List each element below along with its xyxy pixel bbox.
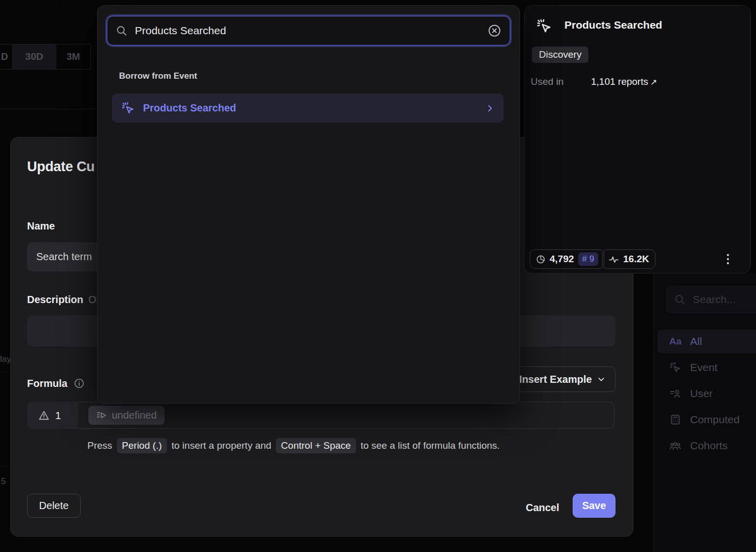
- activity-icon: [608, 254, 619, 265]
- formula-error-gutter: 1: [27, 402, 78, 429]
- info-icon[interactable]: [74, 378, 85, 389]
- insert-example-button[interactable]: Insert Example: [509, 366, 616, 392]
- background-axis-tick: 5: [1, 476, 6, 487]
- kbd-period: Period (.): [117, 438, 167, 453]
- external-link-icon: ↗: [650, 78, 657, 86]
- used-in-reports-link[interactable]: 1,101 reports↗: [591, 76, 657, 87]
- event-volume-value: 16.2K: [623, 254, 649, 265]
- time-range-partial-label: D: [1, 51, 8, 62]
- background-gridline: [0, 466, 9, 467]
- used-in-reports-text: 1,101 reports: [591, 76, 648, 87]
- formula-label-text: Formula: [27, 378, 67, 389]
- search-icon: [674, 293, 686, 306]
- background-gridline: [0, 372, 9, 372]
- sidebar-item-user[interactable]: User: [657, 382, 756, 405]
- formula-editor[interactable]: 1 undefined: [27, 402, 615, 429]
- text-type-icon: Aa: [669, 336, 681, 347]
- event-details-panel: Products Searched Discovery Used in 1,10…: [524, 5, 751, 273]
- insert-example-label: Insert Example: [519, 374, 592, 385]
- cohorts-icon: [669, 440, 681, 452]
- time-range-partial-button[interactable]: D: [0, 44, 13, 70]
- category-badge: Discovery: [532, 47, 588, 63]
- property-icon: [96, 410, 107, 421]
- sidebar-item-computed[interactable]: Computed: [657, 408, 756, 431]
- hint-text: Press: [87, 440, 112, 451]
- event-icon: [536, 18, 552, 34]
- hint-text: to insert a property and: [172, 440, 271, 451]
- chevron-right-icon: [485, 104, 494, 113]
- app-root: D 30D 3M lay 5 Aa All Event User C: [0, 0, 756, 552]
- user-icon: [669, 387, 681, 400]
- overlay-search-input[interactable]: [135, 25, 480, 37]
- pie-chart-icon: [536, 255, 546, 264]
- used-in-label: Used in: [531, 76, 563, 87]
- panel-title: Products Searched: [564, 19, 662, 31]
- sidebar-search-input[interactable]: [693, 293, 754, 306]
- formula-label: Formula: [27, 378, 85, 389]
- time-range-3m-label: 3M: [66, 51, 80, 62]
- search-result-label: Products Searched: [143, 102, 236, 114]
- time-range-3m-button[interactable]: 3M: [56, 44, 91, 70]
- chevron-down-icon: [597, 375, 605, 383]
- clear-search-icon[interactable]: [487, 24, 502, 38]
- sidebar-item-label: All: [690, 335, 702, 348]
- kbd-control-space: Control + Space: [276, 438, 356, 453]
- background-divider: [0, 109, 97, 109]
- sidebar-search-field[interactable]: [666, 286, 756, 313]
- calculator-icon: [669, 413, 681, 426]
- name-label: Name: [27, 220, 55, 232]
- warning-icon: [38, 410, 50, 421]
- sidebar-item-all[interactable]: Aa All: [657, 330, 756, 353]
- event-icon: [669, 361, 681, 374]
- event-volume-pill[interactable]: 16.2K: [602, 249, 655, 269]
- formula-property-chip[interactable]: undefined: [88, 406, 164, 425]
- formula-chip-label: undefined: [112, 409, 157, 421]
- overlay-search-field[interactable]: [107, 16, 510, 45]
- event-icon: [121, 101, 135, 115]
- event-count-pill[interactable]: 4,792 # 9: [530, 249, 604, 269]
- borrow-from-event-header: Borrow from Event: [119, 71, 197, 81]
- sidebar-item-cohorts[interactable]: Cohorts: [657, 434, 756, 457]
- description-label-text: Description: [27, 294, 83, 305]
- search-icon: [115, 25, 128, 37]
- time-range-30d-label: 30D: [26, 51, 43, 62]
- formula-hint: Press Period (.) to insert a property an…: [87, 438, 500, 453]
- save-button[interactable]: Save: [573, 494, 616, 518]
- hint-text: to see a list of formula functions.: [361, 440, 500, 451]
- event-rank-badge: # 9: [578, 252, 599, 266]
- search-dropdown: Borrow from Event Products Searched: [97, 5, 520, 404]
- background-axis-label: lay: [0, 354, 11, 364]
- error-count: 1: [55, 409, 61, 422]
- sidebar-item-event[interactable]: Event: [657, 356, 756, 379]
- time-range-30d-button[interactable]: 30D: [13, 44, 56, 70]
- sidebar-item-label: Cohorts: [690, 440, 728, 452]
- event-count-value: 4,792: [550, 254, 574, 265]
- cancel-button[interactable]: Cancel: [519, 500, 566, 515]
- modal-title: Update Cu: [27, 159, 94, 175]
- kebab-menu-icon[interactable]: [725, 252, 731, 266]
- search-result-products-searched[interactable]: Products Searched: [112, 94, 504, 123]
- sidebar-item-label: Computed: [690, 413, 740, 426]
- delete-button[interactable]: Delete: [27, 494, 81, 518]
- sidebar-item-label: Event: [690, 361, 718, 374]
- sidebar-item-label: User: [690, 387, 713, 400]
- formula-input[interactable]: undefined: [78, 402, 615, 429]
